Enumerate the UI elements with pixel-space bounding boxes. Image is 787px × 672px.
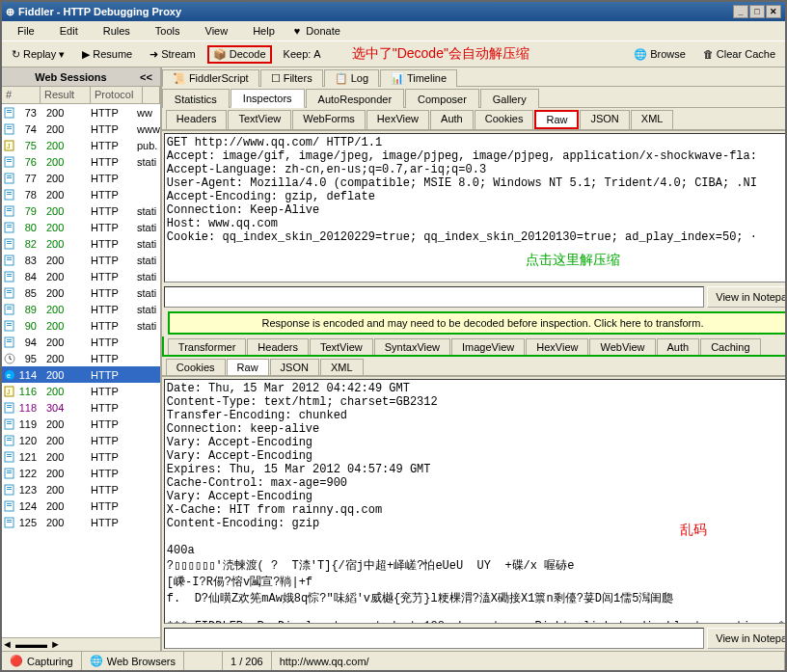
- clear-cache-button[interactable]: 🗑 Clear Cache: [697, 45, 781, 63]
- svg-rect-30: [7, 274, 12, 275]
- menu-tools[interactable]: Tools: [144, 23, 192, 39]
- session-row[interactable]: 80200HTTPstati: [2, 219, 160, 235]
- session-icon: [2, 353, 17, 364]
- session-row[interactable]: 124200HTTP: [2, 497, 160, 514]
- session-row[interactable]: 122200HTTP: [2, 465, 160, 481]
- session-row[interactable]: 77200HTTP: [2, 170, 160, 186]
- session-row[interactable]: 90200HTTPstati: [2, 317, 160, 334]
- session-row[interactable]: e114200HTTP: [2, 366, 160, 383]
- session-row[interactable]: 82200HTTPstati: [2, 235, 160, 252]
- decode-button[interactable]: 📦 Decode: [207, 45, 272, 64]
- session-row[interactable]: 119200HTTP: [2, 416, 160, 432]
- reqtab-json[interactable]: JSON: [580, 110, 629, 129]
- tab-autoresponder[interactable]: AutoResponder: [306, 89, 404, 108]
- col-protocol[interactable]: Protocol: [91, 87, 143, 103]
- menu-help[interactable]: Help: [241, 23, 286, 39]
- session-row[interactable]: 94200HTTP: [2, 334, 160, 350]
- resume-button[interactable]: ▶ Resume: [76, 45, 138, 64]
- annotation-garbled: 乱码: [680, 522, 707, 539]
- menu-view[interactable]: View: [194, 23, 240, 39]
- col-result[interactable]: Result: [41, 87, 91, 103]
- replay-button[interactable]: ↻ Replay ▾: [6, 45, 70, 64]
- session-row[interactable]: J116200HTTP: [2, 383, 160, 399]
- transform-bar[interactable]: Response is encoded and may need to be d…: [168, 311, 785, 335]
- session-row[interactable]: 78200HTTP: [2, 186, 160, 202]
- resptab-xml[interactable]: XML: [320, 359, 364, 375]
- session-row[interactable]: 121200HTTP: [2, 448, 160, 465]
- session-row[interactable]: 84200HTTPstati: [2, 268, 160, 284]
- svg-rect-56: [7, 438, 12, 439]
- tab-fiddlerscript[interactable]: 📜 FiddlerScript: [162, 69, 259, 87]
- maximize-button[interactable]: □: [749, 5, 765, 18]
- tab-filters[interactable]: ☐ Filters: [260, 69, 323, 87]
- resptab-textview[interactable]: TextView: [310, 338, 373, 355]
- close-button[interactable]: ✕: [766, 5, 781, 18]
- response-notepad-button[interactable]: View in Notepad: [707, 628, 785, 649]
- tab-timeline[interactable]: 📊 Timeline: [380, 69, 457, 87]
- reqtab-raw[interactable]: Raw: [534, 110, 579, 129]
- reqtab-textview[interactable]: TextView: [228, 110, 291, 129]
- reqtab-headers[interactable]: Headers: [166, 110, 228, 129]
- session-row[interactable]: 74200HTTPwww: [2, 121, 160, 137]
- resptab-auth[interactable]: Auth: [657, 338, 700, 355]
- request-raw-view[interactable]: GET http://www.qq.com/ HTTP/1.1 Accept: …: [164, 133, 785, 282]
- menu-file[interactable]: File: [6, 23, 46, 39]
- resptab-raw[interactable]: Raw: [227, 359, 269, 375]
- keep-button[interactable]: Keep: A: [278, 45, 327, 63]
- request-notepad-button[interactable]: View in Notepad: [707, 286, 785, 308]
- menu-bar: File Edit Rules Tools View Help ♥Donate: [2, 21, 785, 40]
- reqtab-xml[interactable]: XML: [631, 110, 674, 129]
- sidebar-collapse[interactable]: <<: [136, 71, 156, 83]
- session-row[interactable]: 95200HTTP: [2, 350, 160, 366]
- response-raw-view[interactable]: Date: Thu, 15 Mar 2012 04:42:49 GMT Cont…: [164, 379, 785, 624]
- request-find-input[interactable]: [164, 286, 704, 308]
- menu-donate[interactable]: ♥Donate: [288, 23, 352, 39]
- svg-rect-2: [7, 112, 12, 113]
- resptab-syntaxview[interactable]: SyntaxView: [374, 338, 450, 355]
- tab-statistics[interactable]: Statistics: [162, 89, 230, 108]
- session-row[interactable]: 83200HTTPstati: [2, 252, 160, 268]
- resptab-webview[interactable]: WebView: [589, 338, 655, 355]
- browse-button[interactable]: 🌐 Browse: [628, 45, 692, 64]
- reqtab-cookies[interactable]: Cookies: [475, 110, 534, 129]
- col-num[interactable]: #: [2, 87, 41, 103]
- session-row[interactable]: J75200HTTPpub.: [2, 137, 160, 153]
- sessions-list[interactable]: 73200HTTPww74200HTTPwwwJ75200HTTPpub.762…: [2, 104, 160, 637]
- resptab-caching[interactable]: Caching: [700, 338, 760, 355]
- session-row[interactable]: 79200HTTPstati: [2, 202, 160, 219]
- sessions-hscroll[interactable]: ◄ ▬▬▬ ►: [2, 637, 160, 651]
- tab-gallery[interactable]: Gallery: [480, 89, 539, 108]
- tab-composer[interactable]: Composer: [405, 89, 479, 108]
- resptab-cookies[interactable]: Cookies: [166, 359, 226, 375]
- session-row[interactable]: 123200HTTP: [2, 481, 160, 497]
- reqtab-hexview[interactable]: HexView: [366, 110, 429, 129]
- session-row[interactable]: 120200HTTP: [2, 432, 160, 448]
- app-icon: ⊕: [6, 6, 14, 18]
- stream-button[interactable]: ➜ Stream: [144, 45, 201, 64]
- status-count: 1 / 206: [223, 652, 272, 670]
- svg-rect-16: [7, 194, 12, 195]
- status-browsers[interactable]: 🌐 Web Browsers: [82, 652, 184, 670]
- session-row[interactable]: 76200HTTPstati: [2, 153, 160, 170]
- svg-rect-59: [7, 454, 12, 455]
- session-row[interactable]: 118304HTTP: [2, 399, 160, 416]
- resptab-json[interactable]: JSON: [270, 359, 319, 375]
- reqtab-webforms[interactable]: WebForms: [292, 110, 366, 129]
- tab-inspectors[interactable]: Inspectors: [231, 89, 305, 108]
- menu-rules[interactable]: Rules: [92, 23, 142, 39]
- menu-edit[interactable]: Edit: [48, 23, 90, 39]
- resptab-hexview[interactable]: HexView: [526, 338, 588, 355]
- resptab-imageview[interactable]: ImageView: [451, 338, 525, 355]
- resptab-headers[interactable]: Headers: [247, 338, 309, 355]
- session-row[interactable]: 125200HTTP: [2, 514, 160, 530]
- tab-log[interactable]: 📋 Log: [324, 69, 379, 87]
- status-capturing[interactable]: 🔴 Capturing: [2, 652, 82, 670]
- svg-rect-40: [7, 325, 12, 326]
- minimize-button[interactable]: _: [733, 5, 748, 18]
- response-find-input[interactable]: [164, 628, 704, 649]
- session-row[interactable]: 73200HTTPww: [2, 104, 160, 121]
- resptab-transformer[interactable]: Transformer: [168, 338, 247, 355]
- session-row[interactable]: 85200HTTPstati: [2, 284, 160, 301]
- session-row[interactable]: 89200HTTPstati: [2, 301, 160, 317]
- reqtab-auth[interactable]: Auth: [430, 110, 474, 129]
